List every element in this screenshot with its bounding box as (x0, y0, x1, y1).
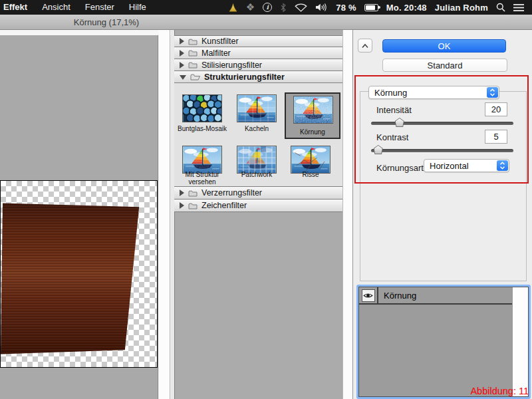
grain-type-label: Körnungsart: (376, 163, 426, 173)
preview-scrollbar[interactable] (159, 30, 170, 399)
lamp-icon[interactable] (228, 3, 238, 13)
menu-effekt[interactable]: Effekt (1, 0, 35, 15)
chevron-right-icon (180, 202, 184, 209)
title-bar[interactable]: Körnung (17,1%) (0, 15, 532, 30)
thumb-label: Kacheln (230, 125, 283, 132)
intensity-label: Intensität (376, 105, 412, 115)
category-verzerrungsfilter[interactable]: Verzerrungsfilter (174, 187, 342, 200)
category-kunstfilter[interactable]: Kunstfilter (174, 35, 342, 47)
risse-preview (291, 146, 331, 174)
filter-settings-group (360, 91, 527, 281)
category-strukturierungsfilter[interactable]: Strukturierungsfilter (174, 71, 342, 83)
user-menu[interactable]: Julian Rohm (435, 3, 488, 13)
wifi-icon[interactable] (295, 3, 307, 12)
visibility-column (359, 287, 378, 303)
chevron-right-icon (180, 38, 184, 45)
category-stilisierungsfilter[interactable]: Stilisierungsfilter (174, 59, 342, 71)
eye-icon (363, 292, 373, 299)
search-icon[interactable] (496, 3, 505, 12)
menu-list: Effekt Ansicht Fenster Hilfe (0, 0, 154, 15)
layer-row-koernung[interactable]: Körnung (359, 287, 512, 305)
contrast-input[interactable]: 5 (485, 130, 507, 144)
folder-icon (188, 61, 198, 68)
category-label: Kunstfilter (201, 37, 239, 46)
thumb-label: Körnung (286, 128, 339, 136)
filter-browser-scrollbar[interactable] (342, 30, 352, 399)
status-bar: ❖ i 78 % Mo. 20:48 Julian Rohm (228, 1, 532, 13)
battery-icon (364, 4, 378, 11)
thumb-koernung-selected[interactable]: Körnung (285, 92, 340, 139)
ok-button[interactable]: OK (382, 39, 506, 53)
document-title: Körnung (17,1%) (0, 17, 213, 27)
battery-percent: 78 % (336, 3, 356, 13)
layer-name: Körnung (378, 291, 416, 301)
category-malfilter[interactable]: Malfilter (174, 47, 342, 59)
notification-list-icon[interactable] (513, 3, 524, 12)
folder-icon (188, 49, 198, 57)
preview-canvas[interactable] (0, 180, 158, 368)
chevron-right-icon (180, 62, 184, 68)
patchwork-preview (237, 146, 277, 174)
clock[interactable]: Mo. 20:48 (386, 3, 427, 13)
standard-button[interactable]: Standard (382, 59, 507, 72)
wood-texture-shape (1, 181, 157, 367)
mit-struktur-preview (182, 146, 222, 174)
category-zeichenfilter[interactable]: Zeichenfilter (174, 200, 342, 212)
category-label: Malfilter (201, 49, 231, 58)
menu-ansicht[interactable]: Ansicht (35, 0, 78, 15)
filter-select-popup[interactable]: Körnung (368, 86, 499, 99)
chevron-down-icon (180, 75, 186, 80)
open-folder-icon (190, 73, 200, 80)
info-icon[interactable]: i (263, 3, 272, 12)
thumb-label: Buntglas-Mosaik (176, 125, 229, 132)
bluetooth-icon[interactable] (280, 3, 287, 13)
menu-hilfe[interactable]: Hilfe (122, 0, 154, 15)
chevron-up-icon (361, 43, 369, 49)
contrast-label: Kontrast (376, 132, 408, 142)
kacheln-preview (237, 94, 277, 122)
category-label: Strukturierungsfilter (204, 72, 285, 82)
chevron-right-icon (180, 50, 184, 57)
effect-layers-list: Körnung (356, 285, 531, 399)
category-label: Stilisierungsfilter (201, 61, 262, 70)
visibility-toggle-button[interactable] (362, 289, 375, 302)
layers-scrollbar[interactable] (512, 287, 528, 396)
figure-caption: Abbildung: 11 (470, 386, 529, 396)
grain-type-value: Horizontal (424, 161, 509, 171)
folder-icon (188, 38, 198, 45)
menu-fenster[interactable]: Fenster (78, 0, 122, 15)
intensity-slider[interactable] (371, 122, 513, 125)
popup-stepper-icon (497, 160, 508, 171)
menu-bar: Effekt Ansicht Fenster Hilfe ❖ i (0, 0, 532, 15)
filter-select-value: Körnung (369, 88, 499, 98)
contrast-slider[interactable] (371, 149, 513, 152)
folder-icon (188, 190, 198, 197)
thumb-label: Mit Struktur versehen (181, 171, 223, 186)
grain-type-popup[interactable]: Horizontal (424, 159, 509, 172)
collapse-panel-button[interactable] (358, 39, 372, 53)
volume-icon[interactable] (315, 3, 328, 12)
effect-layers-inner: Körnung (358, 287, 529, 397)
filter-gallery-window: Effekt Ansicht Fenster Hilfe ❖ i (0, 0, 532, 399)
buntglas-mosaik-preview (182, 94, 222, 122)
category-label: Verzerrungsfilter (201, 188, 262, 198)
thumb-label: Patchwork (230, 171, 283, 178)
popup-stepper-icon (487, 87, 498, 98)
dropbox-icon[interactable]: ❖ (246, 1, 255, 13)
category-label: Zeichenfilter (201, 201, 247, 210)
folder-icon (188, 202, 198, 209)
thumb-label: Risse (284, 171, 337, 178)
chevron-right-icon (180, 190, 184, 196)
intensity-input[interactable]: 20 (485, 102, 507, 116)
koernung-preview (293, 96, 333, 124)
